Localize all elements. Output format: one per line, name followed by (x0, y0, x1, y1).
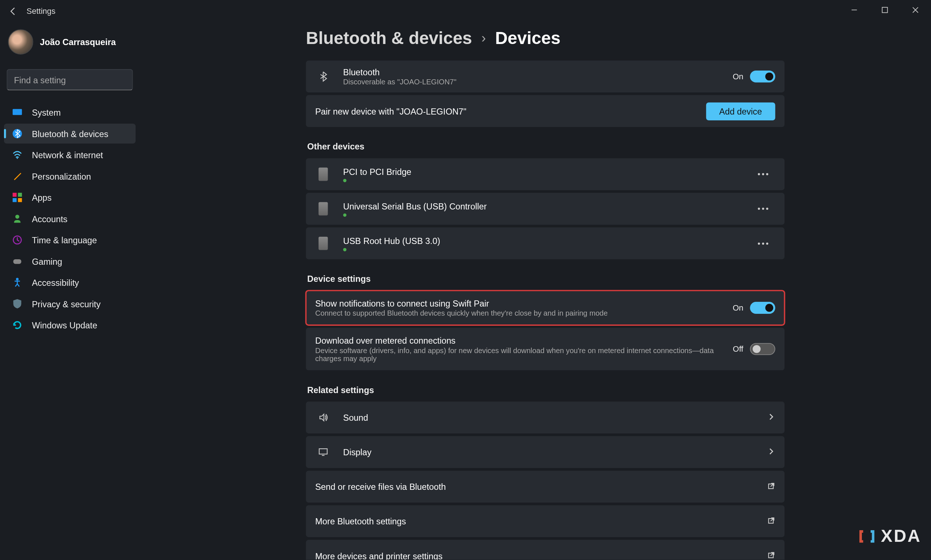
bluetooth-title: Bluetooth (343, 67, 732, 77)
sidebar-item-label: Gaming (32, 256, 62, 266)
sidebar-item-personalization[interactable]: Personalization (4, 166, 135, 186)
swift-pair-state-label: On (732, 303, 743, 313)
external-link-icon (767, 550, 776, 560)
svg-point-12 (16, 278, 18, 280)
bluetooth-subtitle: Discoverable as "JOAO-LEGION7" (343, 78, 732, 86)
external-link-icon (767, 515, 776, 527)
external-link-icon (767, 481, 776, 493)
svg-rect-6 (18, 193, 22, 197)
search-box[interactable] (6, 69, 133, 90)
device-name: PCI to PCI Bridge (343, 166, 752, 176)
device-icon (315, 202, 331, 215)
section-related-settings: Related settings (307, 385, 785, 395)
watermark: XDA (857, 526, 921, 546)
bluetooth-toggle[interactable] (750, 71, 775, 83)
metered-subtitle: Device software (drivers, info, and apps… (315, 346, 732, 362)
sound-icon (315, 412, 331, 423)
related-sound[interactable]: Sound (306, 402, 785, 434)
sidebar-item-label: Apps (32, 192, 52, 202)
back-button[interactable] (5, 3, 22, 19)
device-icon (315, 237, 331, 250)
wifi-icon (12, 149, 23, 160)
chevron-right-icon (767, 446, 776, 458)
sidebar: João Carrasqueira System Bluetooth & dev… (0, 23, 140, 339)
sidebar-item-time-language[interactable]: Time & language (4, 230, 135, 250)
add-device-button[interactable]: Add device (706, 102, 776, 120)
accessibility-icon (12, 277, 23, 288)
svg-rect-2 (13, 109, 22, 115)
device-name: USB Root Hub (USB 3.0) (343, 235, 752, 245)
sidebar-item-label: Network & internet (32, 150, 103, 160)
svg-rect-0 (882, 7, 888, 13)
related-label: More devices and printer settings (315, 551, 767, 560)
breadcrumb-parent[interactable]: Bluetooth & devices (306, 28, 472, 49)
sidebar-item-label: Time & language (32, 235, 97, 245)
svg-rect-8 (18, 198, 22, 202)
status-dot (343, 178, 346, 182)
sidebar-item-bluetooth-devices[interactable]: Bluetooth & devices (4, 124, 135, 144)
metered-toggle[interactable] (750, 343, 775, 355)
device-row: PCI to PCI Bridge ••• (306, 158, 785, 190)
sidebar-item-gaming[interactable]: Gaming (4, 251, 135, 271)
sidebar-item-label: Windows Update (32, 320, 97, 330)
svg-rect-13 (319, 449, 327, 454)
person-icon (12, 214, 23, 224)
system-icon (12, 107, 23, 117)
section-other-devices: Other devices (307, 142, 785, 151)
chevron-right-icon (767, 412, 776, 424)
gamepad-icon (12, 256, 23, 266)
sidebar-item-label: Privacy & security (32, 299, 101, 309)
swift-pair-setting: Show notifications to connect using Swif… (306, 291, 785, 325)
bluetooth-icon (12, 128, 23, 139)
main-content: Bluetooth & devices › Devices Bluetooth … (160, 20, 931, 560)
related-label: Display (343, 447, 767, 457)
swift-pair-toggle[interactable] (750, 302, 775, 314)
sidebar-item-system[interactable]: System (4, 103, 135, 123)
sidebar-item-label: Bluetooth & devices (32, 129, 108, 138)
related-label: Sound (343, 412, 767, 422)
device-more-button[interactable]: ••• (752, 202, 775, 216)
pair-text: Pair new device with "JOAO-LEGION7" (315, 106, 706, 116)
device-name: Universal Serial Bus (USB) Controller (343, 201, 752, 211)
sidebar-item-label: Accounts (32, 214, 68, 224)
status-dot (343, 213, 346, 216)
status-dot (343, 248, 346, 251)
related-send-receive-bluetooth[interactable]: Send or receive files via Bluetooth (306, 471, 785, 503)
clock-icon (12, 235, 23, 245)
update-icon (12, 320, 23, 330)
close-button[interactable] (900, 0, 931, 20)
sidebar-item-windows-update[interactable]: Windows Update (4, 315, 135, 335)
sidebar-item-apps[interactable]: Apps (4, 187, 135, 207)
swift-pair-title: Show notifications to connect using Swif… (315, 298, 732, 308)
metered-title: Download over metered connections (315, 335, 732, 345)
avatar (8, 29, 33, 54)
shield-icon (12, 298, 23, 309)
svg-point-4 (17, 157, 18, 159)
related-display[interactable]: Display (306, 436, 785, 468)
sidebar-item-accounts[interactable]: Accounts (4, 209, 135, 229)
sidebar-item-label: Personalization (32, 171, 91, 181)
metered-state-label: Off (733, 345, 743, 354)
breadcrumb: Bluetooth & devices › Devices (306, 28, 785, 49)
device-more-button[interactable]: ••• (752, 236, 775, 251)
minimize-button[interactable] (839, 0, 869, 20)
profile[interactable]: João Carrasqueira (4, 25, 135, 58)
device-more-button[interactable]: ••• (752, 167, 775, 182)
svg-rect-5 (13, 193, 17, 197)
nav-list: System Bluetooth & devices Network & int… (4, 103, 135, 335)
sidebar-item-label: Accessibility (32, 277, 79, 287)
sidebar-item-network[interactable]: Network & internet (4, 145, 135, 165)
watermark-text: XDA (881, 526, 921, 546)
maximize-button[interactable] (869, 0, 900, 20)
svg-point-9 (15, 215, 19, 218)
sidebar-item-privacy[interactable]: Privacy & security (4, 294, 135, 314)
related-more-bluetooth[interactable]: More Bluetooth settings (306, 505, 785, 537)
pair-device-card: Pair new device with "JOAO-LEGION7" Add … (306, 95, 785, 127)
search-input[interactable] (14, 75, 125, 85)
display-icon (315, 446, 331, 457)
breadcrumb-current: Devices (495, 28, 560, 49)
sidebar-item-accessibility[interactable]: Accessibility (4, 272, 135, 292)
related-more-devices-printers[interactable]: More devices and printer settings (306, 540, 785, 560)
device-row: Universal Serial Bus (USB) Controller ••… (306, 193, 785, 225)
bluetooth-state-label: On (732, 72, 743, 81)
